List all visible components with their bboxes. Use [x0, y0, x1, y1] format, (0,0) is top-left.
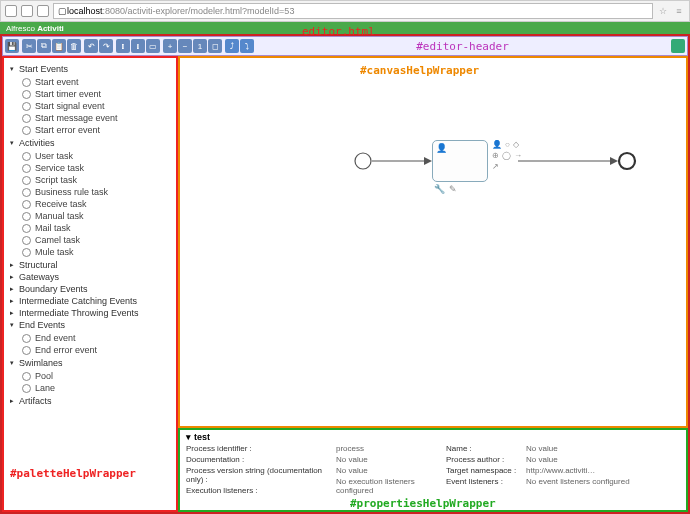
palette-item[interactable]: User task: [10, 150, 170, 162]
canvas[interactable]: #canvasHelpWrapper 👤 👤○◇ ⊕◯→ ↗ 🔧 ✎: [178, 56, 688, 428]
handle-edit-icon[interactable]: ✎: [449, 184, 457, 194]
palette-category[interactable]: ▸Intermediate Throwing Events: [10, 308, 170, 318]
palette-category[interactable]: ▸Boundary Events: [10, 284, 170, 294]
palette-category[interactable]: ▾Activities: [10, 138, 170, 148]
palette-item[interactable]: Start timer event: [10, 88, 170, 100]
zoom-actual-button[interactable]: 1: [193, 39, 207, 53]
palette-item[interactable]: End error event: [10, 344, 170, 356]
prop-val[interactable]: No event listeners configured: [526, 477, 656, 486]
address-bar[interactable]: ▢ localhost :8080/activiti-explorer/mode…: [53, 3, 653, 19]
reload-button[interactable]: [37, 5, 49, 17]
palette-item[interactable]: Receive task: [10, 198, 170, 210]
palette-item[interactable]: Start error event: [10, 124, 170, 136]
prop-val[interactable]: No value: [336, 455, 446, 464]
prop-val[interactable]: process: [336, 444, 446, 453]
category-label: Intermediate Catching Events: [19, 296, 137, 306]
properties-panel: ▾ test Process identifier : Documentatio…: [178, 428, 688, 512]
handle-annot-icon[interactable]: ↗: [492, 162, 499, 171]
shape-icon: [22, 346, 31, 355]
toolbar-undo-group: ↶ ↷: [84, 39, 113, 53]
remove-bendpoint-button[interactable]: ⤵: [240, 39, 254, 53]
align-v-button[interactable]: ⫿: [116, 39, 130, 53]
prop-val[interactable]: No value: [336, 466, 446, 475]
handle-gateway-icon[interactable]: ◇: [513, 140, 519, 149]
prop-val[interactable]: No execution listeners configured: [336, 477, 446, 495]
prop-val[interactable]: No value: [526, 455, 656, 464]
url-host: localhost: [67, 6, 103, 16]
properties-title: test: [194, 432, 210, 442]
nav-fwd-button[interactable]: [21, 5, 33, 17]
palette-category[interactable]: ▾Start Events: [10, 64, 170, 74]
paste-button[interactable]: 📋: [52, 39, 66, 53]
prop-val[interactable]: No value: [526, 444, 656, 453]
zoom-out-button[interactable]: −: [178, 39, 192, 53]
item-label: Start signal event: [35, 101, 105, 111]
feedback-button[interactable]: [671, 39, 685, 53]
palette-item[interactable]: Start event: [10, 76, 170, 88]
handle-end-icon[interactable]: ◯: [502, 151, 511, 160]
star-icon[interactable]: ☆: [657, 5, 669, 17]
palette-category[interactable]: ▸Structural: [10, 260, 170, 270]
shape-icon: [22, 126, 31, 135]
user-task-shape[interactable]: 👤: [432, 140, 488, 182]
shape-icon: [22, 90, 31, 99]
shape-icon: [22, 236, 31, 245]
canvas-wrap: #canvasHelpWrapper 👤 👤○◇ ⊕◯→ ↗ 🔧 ✎: [178, 56, 688, 512]
prop-val[interactable]: http://www.activiti…: [526, 466, 656, 475]
end-event-shape[interactable]: [618, 152, 636, 170]
align-h-button[interactable]: ⫾: [131, 39, 145, 53]
palette-item[interactable]: Pool: [10, 370, 170, 382]
palette-category[interactable]: ▸Gateways: [10, 272, 170, 282]
palette-item[interactable]: Mail task: [10, 222, 170, 234]
annotation-palette: #paletteHelpWrapper: [10, 467, 136, 480]
handle-wrench-icon[interactable]: 🔧: [434, 184, 445, 194]
sequence-flow-1[interactable]: [372, 154, 432, 168]
prop-key: Target namespace :: [446, 466, 526, 475]
palette-item[interactable]: Mule task: [10, 246, 170, 258]
redo-button[interactable]: ↷: [99, 39, 113, 53]
start-event-shape[interactable]: [354, 152, 372, 170]
zoom-in-button[interactable]: +: [163, 39, 177, 53]
undo-button[interactable]: ↶: [84, 39, 98, 53]
shape-icon: [22, 212, 31, 221]
palette-item[interactable]: Script task: [10, 174, 170, 186]
prop-key: Execution listeners :: [186, 486, 336, 495]
handle-user-icon[interactable]: 👤: [492, 140, 502, 149]
same-size-button[interactable]: ▭: [146, 39, 160, 53]
palette-item[interactable]: Start message event: [10, 112, 170, 124]
chevron-right-icon: ▸: [10, 397, 16, 405]
shape-icon: [22, 384, 31, 393]
item-label: End event: [35, 333, 76, 343]
shape-icon: [22, 152, 31, 161]
palette-item[interactable]: Camel task: [10, 234, 170, 246]
item-label: Start event: [35, 77, 79, 87]
zoom-fit-button[interactable]: ◻: [208, 39, 222, 53]
delete-button[interactable]: 🗑: [67, 39, 81, 53]
cut-button[interactable]: ✂: [22, 39, 36, 53]
save-button[interactable]: 💾: [5, 39, 19, 53]
palette-item[interactable]: Service task: [10, 162, 170, 174]
palette-category[interactable]: ▸Intermediate Catching Events: [10, 296, 170, 306]
nav-back-button[interactable]: [5, 5, 17, 17]
palette-item[interactable]: Start signal event: [10, 100, 170, 112]
palette-category[interactable]: ▾Swimlanes: [10, 358, 170, 368]
sequence-flow-2[interactable]: [518, 154, 618, 168]
handle-gw2-icon[interactable]: ⊕: [492, 151, 499, 160]
copy-button[interactable]: ⧉: [37, 39, 51, 53]
menu-icon[interactable]: ≡: [673, 5, 685, 17]
item-label: Start timer event: [35, 89, 101, 99]
properties-header[interactable]: ▾ test: [186, 432, 680, 442]
palette-item[interactable]: Lane: [10, 382, 170, 394]
item-label: Service task: [35, 163, 84, 173]
prop-key: Event listeners :: [446, 477, 526, 486]
shape-icon: [22, 248, 31, 257]
palette-item[interactable]: Business rule task: [10, 186, 170, 198]
add-bendpoint-button[interactable]: ⤴: [225, 39, 239, 53]
palette-item[interactable]: Manual task: [10, 210, 170, 222]
palette-category[interactable]: ▸Artifacts: [10, 396, 170, 406]
handle-circle-icon[interactable]: ○: [505, 140, 510, 149]
chevron-right-icon: ▸: [10, 261, 16, 269]
palette-category[interactable]: ▾End Events: [10, 320, 170, 330]
item-label: Manual task: [35, 211, 84, 221]
palette-item[interactable]: End event: [10, 332, 170, 344]
